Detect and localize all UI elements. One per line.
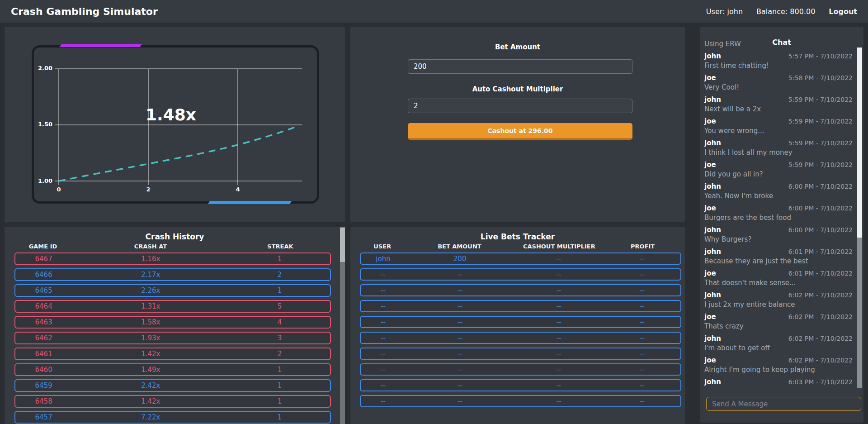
profit-cell: --	[604, 334, 680, 342]
column-header: STREAK	[230, 243, 331, 250]
game-id-cell: 6465	[15, 286, 72, 295]
game-id-cell: 6464	[15, 302, 72, 310]
live-bets-rows: john200---------------------------------…	[360, 252, 681, 411]
user-cell: --	[361, 334, 406, 342]
chart-progress-bar-top	[60, 44, 142, 47]
profit-cell: --	[604, 271, 680, 279]
chat-message: joe5:58 PM - 7/10/2022Very Cool!	[704, 73, 854, 94]
crash-at-cell: 1.58x	[72, 318, 229, 326]
crash-history-row: 64611.42x2	[14, 348, 331, 360]
scrollbar-thumb[interactable]	[340, 228, 345, 262]
column-header: USER	[360, 243, 405, 250]
live-bet-row: --------	[360, 316, 681, 328]
chat-message-text: Burgers are the best food	[704, 214, 791, 222]
chat-message-text: Did you go all in?	[704, 170, 763, 178]
chat-message: Using ERW	[704, 40, 854, 50]
bet-amount-cell: --	[406, 366, 514, 374]
streak-cell: 2	[229, 350, 330, 358]
chat-scrollbar[interactable]	[857, 48, 862, 388]
chat-message-text: Alright I'm going to keep playing	[704, 366, 815, 374]
cashout-multiplier-cell: --	[514, 397, 604, 405]
cashout-multiplier-cell: --	[514, 366, 604, 374]
streak-cell: 1	[229, 286, 330, 295]
chat-message: john6:00 PM - 7/10/2022Why Burgers?	[704, 225, 854, 246]
chat-message-text: You were wrong...	[704, 127, 764, 135]
x-tick-label: 4	[233, 186, 243, 193]
chat-message: joe6:02 PM - 7/10/2022Alright I'm going …	[704, 355, 854, 376]
crash-at-cell: 2.17x	[72, 271, 229, 279]
header-bar: Crash Gambling Simulator User: john Bala…	[0, 0, 868, 23]
chat-message-text: I'm about to get off	[704, 344, 770, 352]
bet-amount-input[interactable]	[408, 59, 632, 74]
chat-message-author: john	[704, 225, 721, 235]
crash-history-panel: Crash History GAME ID CRASH AT STREAK 64…	[5, 227, 345, 424]
game-id-cell: 6458	[15, 397, 72, 405]
chat-message: joe6:00 PM - 7/10/2022Burgers are the be…	[704, 203, 854, 224]
crash-at-cell: 1.16x	[72, 255, 229, 263]
chat-message-timestamp: 6:03 PM - 7/10/2022	[788, 377, 854, 387]
crash-history-row: 64577.22x1	[14, 411, 331, 424]
crash-history-header: GAME ID CRASH AT STREAK	[14, 243, 331, 250]
chat-message-timestamp: 6:00 PM - 7/10/2022	[788, 225, 854, 235]
cashout-multiplier-cell: --	[514, 318, 604, 326]
chat-message-timestamp: 6:02 PM - 7/10/2022	[788, 312, 854, 322]
y-tick-label: 2.00	[33, 65, 52, 71]
chat-message-text: Very Cool!	[704, 83, 739, 91]
cashout-multiplier-cell: --	[514, 350, 604, 358]
scrollbar-thumb[interactable]	[857, 238, 862, 388]
chat-message: john5:59 PM - 7/10/2022Next will be a 2x	[704, 95, 854, 115]
live-bet-row: john200----	[360, 252, 681, 265]
chat-message-input[interactable]	[706, 397, 861, 411]
profit-cell: --	[604, 397, 680, 405]
game-id-cell: 6466	[15, 271, 72, 279]
bet-controls-panel: Bet Amount Auto Cashout Multiplier Casho…	[350, 27, 685, 222]
chat-message-timestamp: 5:59 PM - 7/10/2022	[788, 116, 854, 126]
chat-message-author: joe	[704, 268, 716, 278]
user-cell: --	[361, 302, 406, 310]
chat-message-text: Thats crazy	[704, 322, 744, 330]
user-cell: --	[361, 271, 406, 279]
app-title: Crash Gambling Simulator	[11, 6, 158, 17]
crash-at-cell: 1.42x	[72, 350, 229, 358]
streak-cell: 2	[229, 271, 330, 279]
live-bet-row: --------	[360, 379, 681, 391]
y-tick-label: 1.00	[33, 178, 52, 184]
chat-message-timestamp: 6:02 PM - 7/10/2022	[788, 290, 854, 300]
chat-message: joe5:59 PM - 7/10/2022Did you go all in?	[704, 160, 854, 181]
crash-at-cell: 1.49x	[72, 366, 229, 374]
cashout-multiplier-cell: --	[514, 381, 604, 390]
chat-message: john6:00 PM - 7/10/2022Yeah. Now I'm bro…	[704, 181, 854, 202]
logout-button[interactable]: Logout	[829, 7, 857, 16]
chat-message-text: Why Burgers?	[704, 235, 751, 243]
user-cell: --	[361, 381, 406, 390]
crash-history-row: 64652.26x1	[14, 284, 331, 297]
bet-amount-cell: --	[406, 286, 514, 295]
live-bets-header: USER BET AMOUNT CASHOUT MULTIPLIER PROFI…	[360, 243, 681, 250]
cashout-button[interactable]: Cashout at 296.00	[408, 123, 632, 140]
streak-cell: 3	[229, 334, 330, 342]
auto-cashout-input[interactable]	[408, 99, 632, 113]
crash-history-row: 64631.58x4	[14, 316, 331, 329]
column-header: GAME ID	[14, 243, 71, 250]
profit-cell: --	[604, 318, 680, 326]
chat-message-text: Yeah. Now I'm broke	[704, 192, 773, 200]
current-multiplier: 1.48x	[126, 105, 216, 124]
live-bets-title: Live Bets Tracker	[350, 232, 685, 241]
crash-history-title: Crash History	[5, 232, 345, 241]
live-bet-row: --------	[360, 395, 681, 407]
chat-message: john6:03 PM - 7/10/2022Time to sleep	[704, 377, 854, 388]
chat-message-timestamp: 5:59 PM - 7/10/2022	[788, 138, 854, 148]
crash-history-scrollbar[interactable]	[340, 227, 345, 424]
user-cell: --	[361, 366, 406, 374]
chat-message-timestamp: 6:00 PM - 7/10/2022	[788, 203, 854, 213]
chat-message: joe6:02 PM - 7/10/2022Thats crazy	[704, 312, 854, 333]
cashout-multiplier-cell: --	[514, 271, 604, 279]
chat-message-author: john	[704, 138, 721, 148]
chat-message-author: joe	[704, 160, 716, 170]
game-id-cell: 6463	[15, 318, 72, 326]
chat-message-text: I think I lost all my money	[704, 148, 793, 157]
cashout-multiplier-cell: --	[514, 286, 604, 295]
chat-message-text: First time chatting!	[704, 62, 769, 70]
live-bet-row: --------	[360, 363, 681, 376]
balance-label: Balance: 800.00	[756, 7, 815, 16]
